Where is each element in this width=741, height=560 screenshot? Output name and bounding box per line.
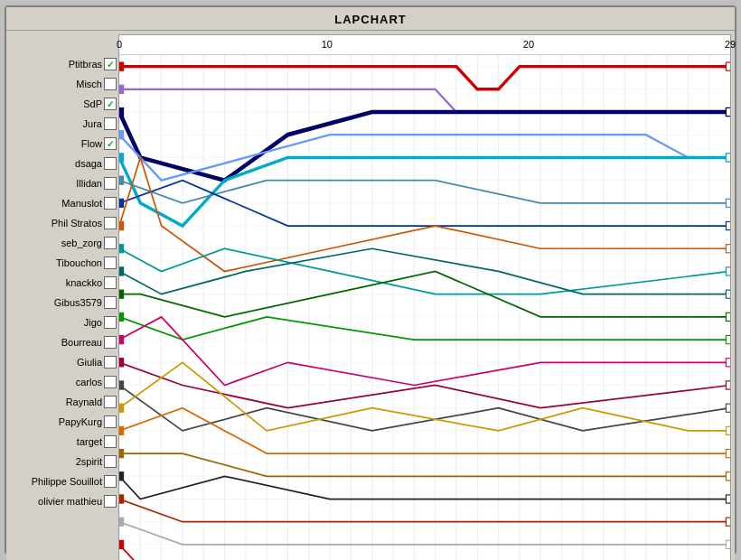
- svg-rect-57: [119, 107, 124, 116]
- driver-checkbox[interactable]: [104, 415, 117, 428]
- driver-name: PapyKurg: [59, 416, 102, 427]
- driver-name: Misch: [76, 79, 102, 89]
- svg-rect-92: [726, 518, 730, 526]
- label-row: Flow: [10, 134, 118, 154]
- driver-checkbox[interactable]: [104, 356, 117, 369]
- svg-rect-65: [119, 199, 124, 207]
- svg-rect-70: [726, 267, 730, 275]
- label-row: dsaga: [10, 154, 118, 173]
- axis-tick: 29: [725, 39, 736, 50]
- driver-checkbox[interactable]: [104, 58, 117, 70]
- svg-rect-81: [119, 381, 124, 389]
- label-row: Jura: [10, 114, 118, 134]
- label-row: olivier mathieu: [10, 491, 118, 511]
- main-window: LAPCHART PtitbrasMischSdPJuraFlowdsagaIl…: [5, 5, 736, 555]
- driver-checkbox[interactable]: [104, 316, 117, 329]
- driver-name: Manuslot: [61, 198, 102, 209]
- driver-checkbox[interactable]: [104, 276, 117, 289]
- driver-checkbox[interactable]: [104, 117, 117, 130]
- label-row: carlos: [10, 372, 118, 392]
- svg-rect-54: [726, 62, 730, 70]
- driver-checkbox[interactable]: [104, 396, 117, 408]
- driver-checkbox[interactable]: [104, 435, 117, 448]
- svg-rect-85: [119, 426, 124, 434]
- label-row: PapyKurg: [10, 412, 118, 432]
- label-row: Jigo: [10, 313, 118, 332]
- driver-name: Flow: [81, 138, 102, 149]
- label-row: SdP: [10, 94, 118, 114]
- window-title: LAPCHART: [334, 13, 407, 26]
- axis-row: 0102029: [119, 35, 730, 55]
- driver-checkbox[interactable]: [104, 78, 117, 90]
- svg-rect-82: [726, 404, 730, 412]
- driver-name: SdP: [83, 98, 102, 109]
- driver-checkbox[interactable]: [104, 296, 117, 309]
- driver-name: Philippe Souillot: [32, 476, 102, 487]
- driver-name: olivier mathieu: [38, 496, 102, 507]
- driver-name: Giulia: [77, 357, 102, 368]
- label-row: Phil Stratos: [10, 213, 118, 233]
- driver-checkbox[interactable]: [104, 475, 117, 488]
- svg-rect-72: [726, 290, 730, 298]
- driver-name: Phil Stratos: [52, 218, 102, 229]
- axis-tick: 10: [322, 39, 333, 50]
- label-row: Bourreau: [10, 332, 118, 352]
- axis-tick: 0: [117, 39, 122, 50]
- driver-checkbox[interactable]: [104, 157, 117, 170]
- svg-rect-86: [726, 450, 730, 458]
- driver-checkbox[interactable]: [104, 137, 117, 150]
- label-row: seb_zorg: [10, 233, 118, 253]
- label-row: Manuslot: [10, 193, 118, 213]
- driver-checkbox[interactable]: [104, 217, 117, 229]
- svg-rect-84: [726, 426, 730, 434]
- svg-rect-59: [119, 131, 124, 139]
- svg-rect-63: [119, 176, 124, 184]
- driver-name: dsaga: [75, 158, 102, 169]
- svg-rect-87: [119, 450, 124, 458]
- title-bar: LAPCHART: [6, 7, 735, 31]
- driver-name: Jura: [83, 118, 102, 129]
- driver-name: 2spirit: [76, 456, 102, 467]
- svg-rect-94: [726, 540, 730, 548]
- svg-rect-55: [119, 85, 124, 93]
- label-row: target: [10, 432, 118, 452]
- driver-name: knackko: [66, 277, 102, 288]
- svg-rect-74: [726, 313, 730, 321]
- label-row: knackko: [10, 273, 118, 293]
- driver-name: carlos: [76, 377, 102, 387]
- driver-checkbox[interactable]: [104, 98, 117, 110]
- driver-checkbox[interactable]: [104, 376, 117, 388]
- label-row: Ptitbras: [10, 54, 118, 74]
- svg-rect-66: [726, 221, 730, 229]
- driver-name: Bourreau: [61, 337, 102, 348]
- svg-rect-69: [119, 245, 124, 253]
- svg-rect-91: [119, 495, 124, 503]
- svg-rect-64: [726, 199, 730, 207]
- label-row: Giulia: [10, 352, 118, 372]
- label-row: Raynald: [10, 392, 118, 412]
- svg-rect-61: [119, 154, 124, 162]
- axis-tick: 20: [523, 39, 534, 50]
- label-row: Tibouchon: [10, 253, 118, 273]
- driver-checkbox[interactable]: [104, 455, 117, 468]
- svg-rect-75: [119, 313, 124, 321]
- svg-rect-77: [119, 335, 124, 343]
- driver-checkbox[interactable]: [104, 257, 117, 269]
- svg-rect-58: [726, 107, 730, 116]
- label-row: Philippe Souillot: [10, 471, 118, 491]
- svg-rect-95: [119, 540, 124, 548]
- driver-name: seb_zorg: [61, 238, 102, 248]
- svg-rect-53: [119, 62, 124, 70]
- driver-checkbox[interactable]: [104, 177, 117, 190]
- driver-name: Illidan: [76, 178, 102, 189]
- label-row: Misch: [10, 74, 118, 94]
- labels-column: PtitbrasMischSdPJuraFlowdsagaIllidanManu…: [10, 34, 118, 560]
- svg-rect-80: [726, 381, 730, 389]
- svg-rect-67: [119, 221, 124, 229]
- driver-checkbox[interactable]: [104, 495, 117, 508]
- driver-checkbox[interactable]: [104, 237, 117, 249]
- driver-checkbox[interactable]: [104, 336, 117, 349]
- driver-name: Tibouchon: [56, 257, 102, 268]
- svg-rect-73: [119, 290, 124, 298]
- driver-checkbox[interactable]: [104, 197, 117, 210]
